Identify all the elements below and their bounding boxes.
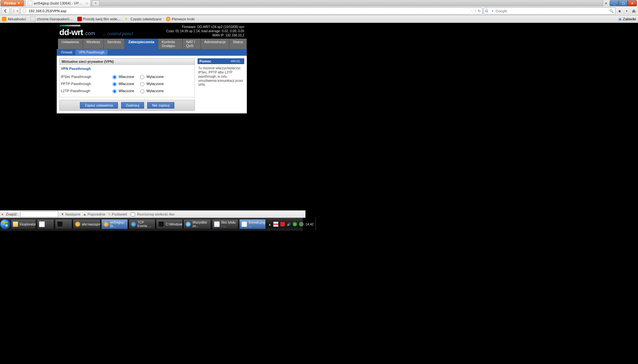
findbar-next-button[interactable]: ▼Następne (61, 212, 81, 216)
arrow-left-icon (4, 9, 7, 13)
bookmark-czesto-odwiedzane[interactable]: ★ Często odwiedzane (125, 17, 161, 21)
browser-tab[interactable]: wrt54glup (build 13064) - VPN Passthrou.… (25, 0, 91, 6)
search-bar[interactable]: G ▼ 🔍 (484, 7, 615, 14)
bookmark-seoquake[interactable]: chrome://seoquake/c... (30, 16, 72, 22)
bookmark-pierwsze-kroki[interactable]: Pierwsze kroki (166, 17, 195, 21)
url-input[interactable] (28, 9, 469, 13)
taskbar-button[interactable]: Eksplorator... (11, 219, 36, 229)
paint-icon (214, 221, 220, 227)
findbar-matchcase-checkbox[interactable]: Rozróżniaj wielkość liter (130, 211, 175, 217)
forward-button[interactable]: ▼ (11, 7, 19, 15)
taskbar-clock[interactable]: 14:42 (305, 223, 314, 226)
status-firmware: Firmware: DD-WRT v24-sp2 (10/10/09) vpn (166, 25, 244, 29)
firefox-app-button[interactable]: Firefox ▼ (1, 0, 24, 6)
back-button[interactable] (1, 7, 10, 15)
search-icon[interactable]: 🔍 (609, 9, 614, 13)
tray-show-hidden-icon[interactable]: ▲ (268, 223, 271, 226)
findbar-prev-label: Poprzednie (87, 212, 105, 216)
tray-volume-icon[interactable]: 🔊 (287, 223, 291, 226)
main-tab-services[interactable]: Services (104, 39, 125, 49)
bookmark-star-icon[interactable]: ☆ (470, 9, 473, 13)
window-minimize-button[interactable]: _ (610, 0, 619, 6)
bookmark-label: Aktualności (8, 17, 26, 21)
taskbar-button[interactable] (37, 219, 54, 229)
main-tab-administracja[interactable]: Administracja (201, 39, 229, 49)
radio-off[interactable]: Wylaczone (139, 88, 164, 93)
tray-flag-icon[interactable] (273, 222, 278, 227)
show-desktop-button[interactable] (315, 218, 316, 231)
sub-tab-firewall[interactable]: Firewall (58, 50, 75, 55)
page-icon (30, 16, 35, 22)
home-button[interactable] (631, 8, 637, 14)
taskbar-button-label: TCP Events ... (138, 221, 153, 228)
page-content: dd-wrt.com ... control panel Firmware: D… (0, 23, 303, 231)
main-tab-wireless[interactable]: Wireless (83, 39, 104, 49)
taskbar-button[interactable]: Bez tytułu - ... (212, 219, 238, 229)
feedback-icon[interactable]: ☻ (617, 8, 623, 14)
windows-logo-icon (0, 219, 10, 229)
findbar-prev-button[interactable]: ▲Poprzednie (83, 212, 106, 216)
findbar-next-label: Następne (65, 212, 80, 216)
findbar-input[interactable] (20, 211, 58, 217)
radio-off-input[interactable] (140, 82, 144, 86)
taskbar-button[interactable]: C:\Windows... (156, 219, 183, 229)
sub-tab-vpn-passthrough[interactable]: VPN Passthrough (75, 50, 108, 55)
radio-on[interactable]: Wlaczone (111, 81, 134, 86)
radio-on[interactable]: Wlaczone (111, 88, 134, 93)
findbar-label: Znajdź: (6, 212, 17, 216)
taskbar-button[interactable]: wrt54glup (b... (101, 219, 128, 229)
bookmark-youtube[interactable]: Prześlij swój film wide... (77, 17, 121, 21)
main-tab-zabezpieczenia[interactable]: Zabezpieczenia (125, 39, 158, 49)
cancel-button[interactable]: Nie zapisuj (147, 102, 174, 109)
taskbar-button[interactable] (55, 219, 72, 229)
taskbar-button[interactable]: site:naszapol... (73, 219, 101, 229)
main-tab-kontrola-dost-pu[interactable]: Kontrola Dostępu (158, 39, 183, 49)
setting-label: IPSec Passthrough (61, 75, 111, 79)
tabs-overflow-button[interactable]: ▾ (603, 0, 609, 6)
ie-icon (186, 222, 191, 227)
apply-button[interactable]: Zastosuj (121, 102, 144, 109)
bookmarks-sidebar-icon[interactable]: ▣ (618, 17, 622, 21)
tray-antivirus-icon[interactable] (280, 222, 285, 226)
window-maximize-button[interactable]: ▢ (619, 0, 628, 6)
svg-rect-0 (23, 9, 26, 13)
radio-on-input[interactable] (112, 89, 117, 93)
main-tab-nat-qos[interactable]: NAT / QoS (183, 39, 201, 49)
logo-text: dd-wrt (59, 27, 83, 37)
chevron-down-icon[interactable]: ▼ (491, 10, 494, 13)
logo-subtitle: ... control panel (102, 31, 133, 36)
tab-strip: wrt54glup (build 13064) - VPN Passthrou.… (24, 0, 603, 6)
reload-icon[interactable]: ↻ (478, 9, 481, 13)
url-bar[interactable]: ☆ ▾ ↻ (21, 7, 482, 14)
matchcase-input[interactable] (131, 212, 135, 216)
radio-on-input[interactable] (112, 75, 117, 79)
taskbar-button[interactable]: TCP Events ... (129, 219, 156, 229)
radio-off[interactable]: Wylaczone (139, 74, 164, 79)
start-button[interactable] (0, 218, 10, 231)
bookmarks-sidebar-label[interactable]: Zakładki (623, 17, 636, 21)
taskbar-button[interactable]: Wszystkie ze... (183, 219, 211, 229)
note-icon (39, 221, 45, 227)
save-button[interactable]: Zapisz ustawienia (80, 102, 118, 109)
radio-off-input[interactable] (140, 75, 144, 79)
tray-network-icon[interactable] (293, 222, 297, 226)
bookmark-aktualnosci[interactable]: Aktualności (2, 17, 26, 21)
findbar-highlight-button[interactable]: ✎Podświetl (108, 212, 127, 216)
main-tab-status[interactable]: Status (229, 39, 247, 49)
new-tab-button[interactable]: + (92, 0, 100, 6)
radio-on[interactable]: Wlaczone (111, 74, 134, 79)
tray-app-icon[interactable] (299, 222, 304, 226)
radio-off-input[interactable] (140, 89, 144, 93)
radio-off[interactable]: Wylaczone (139, 81, 164, 86)
chevron-down-icon[interactable]: ▼ (624, 8, 630, 14)
help-body: Tu mozecie wlaczyc/wylaczyc IPSec, PPTP … (198, 64, 244, 89)
help-more-link[interactable]: wiecej... (231, 59, 242, 63)
form-rows: IPSec PassthroughWlaczoneWylaczonePPTP P… (59, 72, 195, 97)
tab-close-icon[interactable]: × (85, 1, 88, 5)
taskbar-button[interactable]: firewall.png ... (239, 219, 266, 229)
window-close-button[interactable]: ✕ (628, 0, 637, 6)
findbar-close-icon[interactable]: × (1, 212, 3, 216)
radio-on-input[interactable] (112, 82, 117, 86)
main-tab-ustawienia[interactable]: Ustawienia (58, 39, 83, 49)
search-input[interactable] (495, 9, 608, 13)
